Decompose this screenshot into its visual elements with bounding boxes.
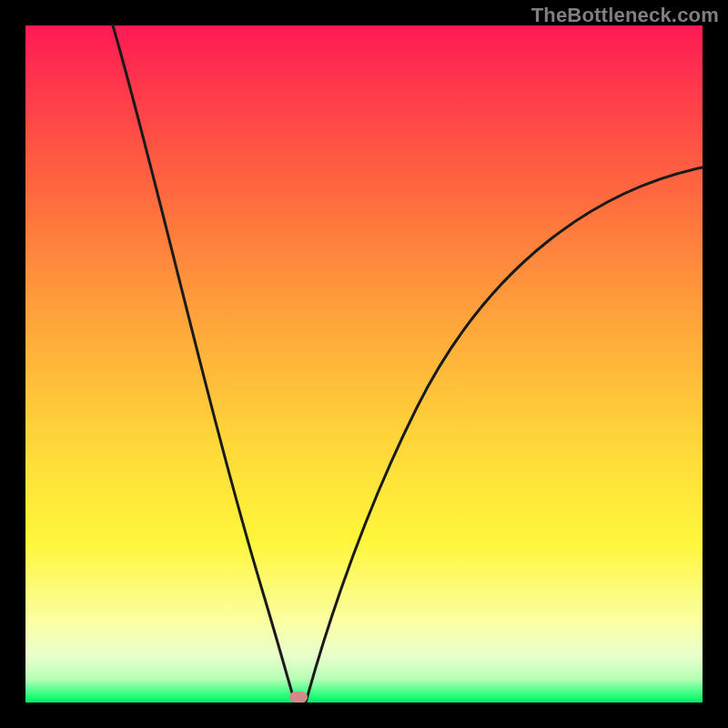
bottleneck-curve xyxy=(25,25,703,703)
curve-right-branch xyxy=(306,167,703,703)
watermark-text: TheBottleneck.com xyxy=(531,4,719,27)
optimum-marker xyxy=(289,692,308,703)
curve-left-branch xyxy=(113,25,295,703)
plot-area xyxy=(25,25,703,703)
chart-frame: TheBottleneck.com xyxy=(0,0,728,728)
